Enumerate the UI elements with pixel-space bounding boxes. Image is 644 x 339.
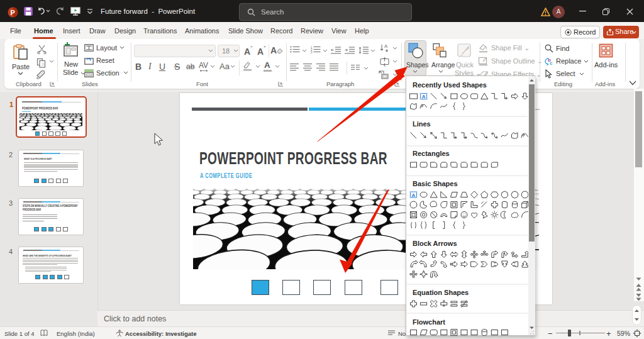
svg-text:A: A — [422, 94, 426, 99]
svg-text:A: A — [412, 192, 416, 198]
svg-text:Recently Used Shapes: Recently Used Shapes — [413, 81, 487, 89]
svg-text:P: P — [11, 9, 15, 16]
svg-text:A: A — [384, 44, 388, 49]
svg-text:c: c — [550, 60, 553, 65]
svg-text:Block Arrows: Block Arrows — [413, 240, 457, 247]
svg-text:3: 3 — [311, 51, 313, 54]
svg-text:Equation Shapes: Equation Shapes — [413, 289, 469, 296]
svg-text:Lines: Lines — [413, 120, 431, 128]
svg-text:Rectangles: Rectangles — [413, 150, 450, 157]
svg-text:Flowchart: Flowchart — [413, 318, 445, 326]
svg-text:Basic Shapes: Basic Shapes — [413, 180, 458, 187]
